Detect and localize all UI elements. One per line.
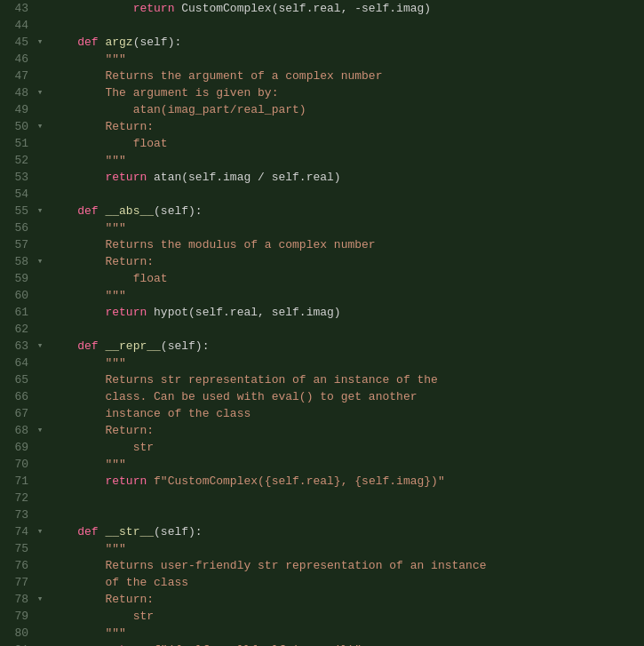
- line-number: 71: [0, 473, 34, 490]
- line-content: return atan(self.imag / self.real): [46, 169, 644, 186]
- fold-arrow[interactable]: ▾: [34, 118, 46, 135]
- line-content: float: [46, 135, 644, 152]
- line-number: 64: [0, 355, 34, 371]
- line-content: Return:: [46, 591, 644, 608]
- line-content: Return:: [46, 422, 644, 439]
- line-content: def argz(self):: [46, 34, 644, 51]
- code-line: 49 atan(imag_part/real_part): [0, 101, 644, 118]
- line-content: float: [46, 270, 644, 287]
- line-content: """: [46, 540, 644, 557]
- fold-arrow[interactable]: ▾: [34, 523, 46, 540]
- code-line: 47 Returns the argument of a complex num…: [0, 68, 644, 84]
- code-line: 80 """: [0, 625, 644, 642]
- line-content: def __str__(self):: [46, 523, 644, 540]
- line-number: 48: [0, 84, 34, 101]
- code-line: 64 """: [0, 355, 644, 371]
- line-number: 43: [0, 0, 34, 17]
- line-number: 76: [0, 557, 34, 574]
- line-number: 67: [0, 405, 34, 422]
- code-line: 57 Returns the modulus of a complex numb…: [0, 236, 644, 253]
- line-number: 47: [0, 68, 34, 84]
- fold-arrow[interactable]: ▾: [34, 591, 46, 608]
- fold-arrow[interactable]: ▾: [34, 34, 46, 51]
- line-content: return f"CustomComplex({self.real}, {sel…: [46, 473, 644, 490]
- code-line: 70 """: [0, 456, 644, 473]
- line-number: 78: [0, 591, 34, 608]
- line-number: 56: [0, 219, 34, 236]
- code-line: 67 instance of the class: [0, 405, 644, 422]
- code-line: 51 float: [0, 135, 644, 152]
- code-line: 66 class. Can be used with eval() to get…: [0, 388, 644, 405]
- line-content: class. Can be used with eval() to get an…: [46, 388, 644, 405]
- line-content: Returns str representation of an instanc…: [46, 371, 644, 388]
- line-number: 65: [0, 371, 34, 388]
- line-content: """: [46, 219, 644, 236]
- line-number: 77: [0, 574, 34, 591]
- code-line: 72: [0, 490, 644, 506]
- code-line: 43 return CustomComplex(self.real, -self…: [0, 0, 644, 17]
- line-number: 68: [0, 422, 34, 439]
- code-line: 59 float: [0, 270, 644, 287]
- code-line: 58▾ Return:: [0, 253, 644, 270]
- line-content: """: [46, 625, 644, 642]
- line-number: 45: [0, 34, 34, 51]
- code-line: 46 """: [0, 51, 644, 68]
- line-content: """: [46, 152, 644, 169]
- line-content: """: [46, 355, 644, 371]
- line-number: 50: [0, 118, 34, 135]
- line-number: 59: [0, 270, 34, 287]
- line-number: 46: [0, 51, 34, 68]
- line-content: Returns the modulus of a complex number: [46, 236, 644, 253]
- line-number: 74: [0, 523, 34, 540]
- code-line: 68▾ Return:: [0, 422, 644, 439]
- line-number: 51: [0, 135, 34, 152]
- code-line: 77 of the class: [0, 574, 644, 591]
- line-number: 58: [0, 253, 34, 270]
- code-line: 52 """: [0, 152, 644, 169]
- code-line: 69 str: [0, 439, 644, 456]
- fold-arrow[interactable]: ▾: [34, 84, 46, 101]
- line-number: 75: [0, 540, 34, 557]
- line-content: atan(imag_part/real_part): [46, 101, 644, 118]
- line-number: 60: [0, 287, 34, 304]
- code-line: 50▾ Return:: [0, 118, 644, 135]
- code-line: 75 """: [0, 540, 644, 557]
- code-line: 48▾ The argument is given by:: [0, 84, 644, 101]
- fold-arrow[interactable]: ▾: [34, 203, 46, 219]
- code-line: 56 """: [0, 219, 644, 236]
- line-number: 66: [0, 388, 34, 405]
- line-number: 53: [0, 169, 34, 186]
- code-line: 79 str: [0, 608, 644, 625]
- code-line: 81 return f"({self.real}{self.imag:+j})": [0, 642, 644, 646]
- line-content: Return:: [46, 253, 644, 270]
- line-content: return CustomComplex(self.real, -self.im…: [46, 0, 644, 17]
- code-line: 74▾ def __str__(self):: [0, 523, 644, 540]
- line-content: The argument is given by:: [46, 84, 644, 101]
- line-content: str: [46, 439, 644, 456]
- line-number: 54: [0, 186, 34, 203]
- code-line: 73: [0, 506, 644, 523]
- code-line: 55▾ def __abs__(self):: [0, 203, 644, 219]
- code-line: 61 return hypot(self.real, self.imag): [0, 304, 644, 321]
- line-number: 79: [0, 608, 34, 625]
- line-content: def __abs__(self):: [46, 203, 644, 219]
- line-number: 81: [0, 642, 34, 646]
- code-line: 78▾ Return:: [0, 591, 644, 608]
- line-content: instance of the class: [46, 405, 644, 422]
- line-number: 52: [0, 152, 34, 169]
- line-number: 72: [0, 490, 34, 506]
- line-number: 61: [0, 304, 34, 321]
- line-number: 63: [0, 338, 34, 355]
- line-number: 44: [0, 17, 34, 34]
- line-number: 80: [0, 625, 34, 642]
- line-number: 73: [0, 506, 34, 523]
- fold-arrow[interactable]: ▾: [34, 253, 46, 270]
- fold-arrow[interactable]: ▾: [34, 422, 46, 439]
- line-content: """: [46, 456, 644, 473]
- code-line: 71 return f"CustomComplex({self.real}, {…: [0, 473, 644, 490]
- line-content: """: [46, 51, 644, 68]
- fold-arrow[interactable]: ▾: [34, 338, 46, 355]
- code-line: 44: [0, 17, 644, 34]
- line-content: return f"({self.real}{self.imag:+j})": [46, 642, 644, 646]
- line-content: Returns the argument of a complex number: [46, 68, 644, 84]
